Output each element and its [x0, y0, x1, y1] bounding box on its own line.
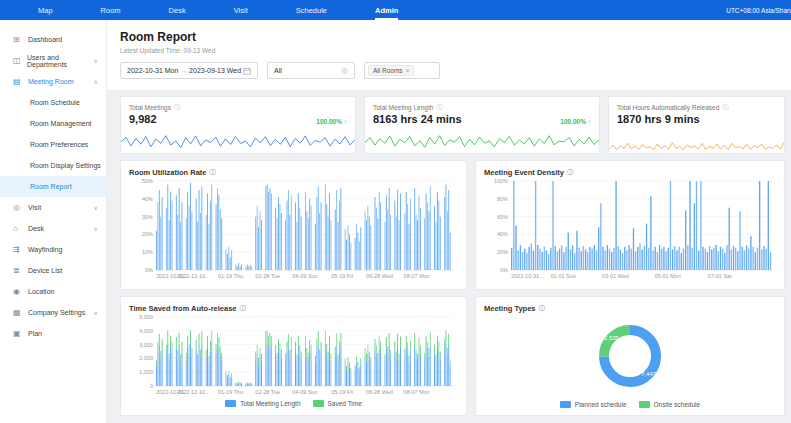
rooms-select[interactable]: All Rooms × [364, 62, 440, 79]
info-icon[interactable]: ⓘ [722, 103, 729, 112]
wayfinding-icon: ⇶ [13, 246, 23, 254]
sidebar-item-room-preferences[interactable]: Room Preferences [0, 134, 106, 155]
nav-item-admin[interactable]: Admin [375, 0, 398, 20]
sidebar-item-label: Desk [28, 225, 44, 232]
nav-item-map[interactable]: Map [38, 0, 53, 20]
legend-item-saved-time[interactable]: Saved Time [313, 400, 362, 407]
stat-value: 9,982 [129, 113, 157, 125]
sidebar-item-room-schedule[interactable]: Room Schedule [0, 92, 106, 113]
svg-text:2022-12-10...: 2022-12-10... [177, 389, 210, 395]
meeting-event-density-card: Meeting Event Density ⓘ 0%20%40%60%80%10… [475, 160, 785, 290]
building-select[interactable]: All ◎ [267, 62, 355, 79]
chevron-down-icon: ∨ [94, 309, 98, 316]
sidebar-item-device-list[interactable]: ≣Device List [0, 260, 106, 281]
density-svg: 0%20%40%60%80%100%2022-10-31...01-01 Sun… [484, 177, 776, 281]
range-arrow-icon: → [180, 67, 187, 74]
chart-title-text: Time Saved from Auto-release [129, 304, 237, 313]
stat-card-0: Total Meetingsⓘ9,982100.00% ↑ [120, 96, 356, 154]
svg-text:06-28 Wed: 06-28 Wed [366, 389, 393, 395]
legend-label: Onsite schedule [654, 401, 701, 408]
date-range-picker[interactable]: 2022-10-31 Mon → 2023-09-13 Wed [120, 62, 258, 79]
legend-item-total-meeting-length[interactable]: Total Meeting Length [225, 400, 300, 407]
sidebar-item-label: Wayfinding [28, 246, 62, 253]
chart-title: Meeting Event Density ⓘ [484, 168, 776, 177]
sidebar-item-location[interactable]: ◉Location [0, 281, 106, 302]
date-start[interactable]: 2022-10-31 Mon [127, 67, 178, 74]
info-icon[interactable]: ⓘ [436, 103, 443, 112]
nav-item-visit[interactable]: Visit [234, 0, 248, 20]
stat-cards-row: Total Meetingsⓘ9,982100.00% ↑Total Meeti… [120, 96, 785, 154]
room-utilization-plot: 0%10%20%30%40%50%2022-10-31...2022-12-10… [129, 177, 458, 281]
svg-text:4,000: 4,000 [139, 328, 153, 334]
svg-text:80%: 80% [497, 196, 508, 202]
svg-text:01-19 Thu: 01-19 Thu [218, 273, 243, 279]
svg-text:7,447: 7,447 [641, 371, 657, 377]
svg-text:40%: 40% [497, 231, 508, 237]
stat-card-2: Total Hours Automatically Releasedⓘ1870 … [608, 96, 785, 154]
sidebar-item-visit[interactable]: ◎Visit∨ [0, 197, 106, 218]
nav-item-schedule[interactable]: Schedule [296, 0, 327, 20]
svg-text:60%: 60% [497, 214, 508, 220]
filter-bar: 2022-10-31 Mon → 2023-09-13 Wed All ◎ [120, 62, 785, 79]
date-end[interactable]: 2023-09-13 Wed [189, 67, 241, 74]
stat-label-text: Total Meeting Length [373, 104, 433, 111]
close-icon[interactable]: × [406, 67, 410, 74]
legend-item-planned-schedule[interactable]: Planned schedule [560, 401, 627, 408]
company-settings-icon: ▦ [13, 309, 23, 317]
sidebar-item-dashboard[interactable]: ⊞Dashboard [0, 29, 106, 50]
svg-text:20%: 20% [142, 231, 153, 237]
sidebar-item-label: Plan [28, 330, 42, 337]
sidebar: ⊞Dashboard◫Users and Departments∨▤Meetin… [0, 20, 107, 423]
sidebar-item-room-report[interactable]: Room Report [0, 176, 106, 197]
svg-text:2,535: 2,535 [604, 334, 620, 340]
sidebar-item-wayfinding[interactable]: ⇶Wayfinding [0, 239, 106, 260]
last-updated-text: Latest Updated Time: 09-13 Wed [120, 47, 785, 54]
svg-text:5,000: 5,000 [139, 314, 153, 320]
svg-text:40%: 40% [142, 196, 153, 202]
info-icon[interactable]: ⓘ [240, 304, 247, 313]
chart-title: Room Utilization Rate ⓘ [129, 168, 458, 177]
sidebar-item-company-settings[interactable]: ▦Company Settings∨ [0, 302, 106, 323]
sparkline-svg [609, 130, 784, 153]
device-list-icon: ≣ [13, 267, 23, 275]
meeting_types-svg: 7,4472,535 [550, 314, 710, 398]
svg-text:04-09 Sun: 04-09 Sun [292, 273, 317, 279]
info-icon[interactable]: ⓘ [539, 304, 546, 313]
stat-label: Total Meetingsⓘ [121, 97, 355, 112]
meeting-types-card: Meeting Types ⓘ 7,4472,535 Planned sched… [475, 296, 785, 416]
room-tag: All Rooms × [368, 65, 414, 76]
sidebar-item-desk[interactable]: ⌂Desk∨ [0, 218, 106, 239]
svg-text:04-09 Sun: 04-09 Sun [292, 389, 317, 395]
time-saved-plot: 01,0002,0003,0004,0005,0002022-10-31...2… [129, 313, 458, 397]
info-icon[interactable]: ⓘ [210, 168, 217, 177]
sidebar-item-meeting-room[interactable]: ▤Meeting Room∧ [0, 71, 106, 92]
sidebar-item-users-and-departments[interactable]: ◫Users and Departments∨ [0, 50, 106, 71]
sparkline-svg [121, 130, 355, 153]
svg-text:100%: 100% [494, 178, 508, 184]
svg-text:05-19 Fri: 05-19 Fri [331, 273, 353, 279]
info-icon[interactable]: ⓘ [567, 168, 574, 177]
sparkline [121, 130, 355, 153]
sidebar-item-plan[interactable]: ▣Plan [0, 323, 106, 344]
visit-icon: ◎ [13, 204, 23, 212]
sidebar-item-room-display-settings[interactable]: Room Display Settings [0, 155, 106, 176]
sidebar-item-room-management[interactable]: Room Management [0, 113, 106, 134]
svg-text:05-19 Fri: 05-19 Fri [331, 389, 353, 395]
legend-item-onsite-schedule[interactable]: Onsite schedule [639, 401, 701, 408]
svg-text:07-01 Sat: 07-01 Sat [708, 273, 732, 279]
meeting-types-legend: Planned scheduleOnsite schedule [484, 398, 776, 411]
nav-item-desk[interactable]: Desk [169, 0, 186, 20]
svg-text:2022-12-10...: 2022-12-10... [177, 273, 210, 279]
svg-text:03-01 Wed: 03-01 Wed [602, 273, 629, 279]
svg-text:3,000: 3,000 [139, 342, 153, 348]
charts-row-1: Room Utilization Rate ⓘ 0%10%20%30%40%50… [120, 160, 785, 290]
nav-items: MapRoomDeskVisitScheduleAdmin [38, 0, 398, 20]
nav-item-room[interactable]: Room [101, 0, 121, 20]
main-area: Room Report Latest Updated Time: 09-13 W… [107, 20, 791, 423]
info-icon[interactable]: ⓘ [174, 103, 181, 112]
chevron-down-icon: ∨ [94, 204, 98, 211]
chart-title-text: Meeting Event Density [484, 168, 564, 177]
svg-text:05-01 Mon: 05-01 Mon [654, 273, 680, 279]
chevron-up-icon: ∧ [94, 78, 98, 85]
stat-main: 9,982100.00% ↑ [121, 113, 355, 125]
